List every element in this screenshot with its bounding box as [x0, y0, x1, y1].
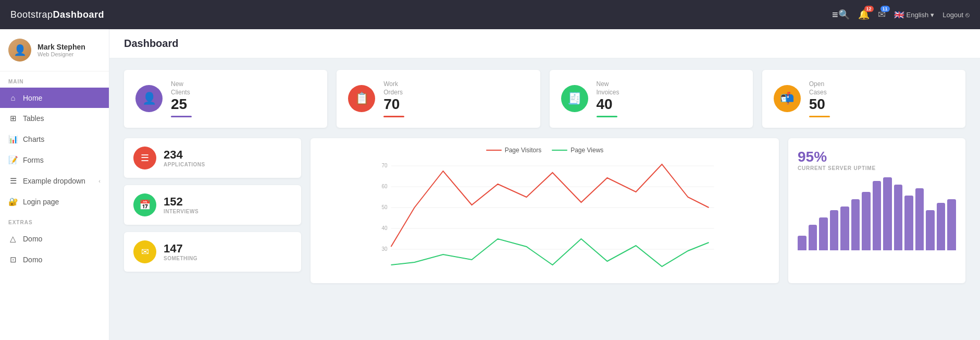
- stat-label-new-invoices: NewInvoices: [597, 80, 619, 96]
- stat-underline-work-orders: [383, 116, 404, 117]
- dropdown-icon: ☰: [8, 176, 18, 186]
- svg-text:40: 40: [381, 225, 388, 231]
- mini-info-third: 147 SOMETHING: [164, 242, 197, 261]
- sidebar-item-tables[interactable]: ⊞ Tables: [0, 108, 109, 129]
- stat-value-new-clients: 25: [171, 96, 192, 113]
- messages-icon[interactable]: ✉ 11: [878, 9, 886, 20]
- bar-3: [819, 217, 828, 250]
- sidebar-profile: 👤 Mark Stephen Web Designer: [0, 29, 109, 71]
- svg-text:50: 50: [381, 204, 388, 210]
- sidebar-item-domo-1[interactable]: △ Domo: [0, 228, 109, 249]
- sidebar-main-label: MAIN: [0, 71, 109, 88]
- profile-role: Web Designer: [38, 51, 85, 57]
- bar-6: [851, 199, 860, 250]
- chart-legend: Page Visitors Page Views: [320, 147, 770, 154]
- stat-card-new-clients: 👤 NewClients 25: [124, 70, 327, 128]
- hamburger-icon[interactable]: ≡: [832, 9, 838, 21]
- mini-card-third: ✉ 147 SOMETHING: [124, 232, 301, 272]
- stat-underline-new-clients: [171, 116, 192, 117]
- notifications-icon[interactable]: 🔔 12: [858, 9, 870, 20]
- mini-card-applications: ☰ 234 APPLICATIONS: [124, 138, 301, 178]
- bar-10: [894, 185, 903, 250]
- profile-name: Mark Stephen: [38, 43, 85, 51]
- stat-underline-new-invoices: [597, 116, 617, 117]
- stat-info-new-clients: NewClients 25: [171, 80, 192, 117]
- language-selector[interactable]: 🇬🇧 English ▾: [894, 10, 935, 20]
- bar-15: [947, 199, 956, 250]
- stat-label-work-orders: WorkOrders: [383, 80, 404, 96]
- bar-12: [915, 188, 924, 250]
- third-value: 147: [164, 242, 197, 256]
- search-icon[interactable]: 🔍: [838, 9, 850, 20]
- sidebar-item-label: Domo: [23, 235, 101, 243]
- notifications-badge: 12: [864, 6, 874, 12]
- interviews-icon: 📅: [133, 193, 156, 216]
- legend-visitors: Page Visitors: [486, 147, 541, 154]
- sidebar-item-login-page[interactable]: 🔐 Login page: [0, 191, 109, 212]
- topbar: BootstrapDashboard ≡ 🔍 🔔 12 ✉ 11 🇬🇧 Engl…: [0, 0, 980, 29]
- stat-icon-new-invoices: 🧾: [561, 85, 588, 112]
- uptime-percent: 95%: [798, 149, 956, 165]
- third-label: SOMETHING: [164, 256, 197, 261]
- sidebar-item-domo-2[interactable]: ⊡ Domo: [0, 249, 109, 270]
- tables-icon: ⊞: [8, 114, 18, 123]
- brand-bold: Dashboard: [53, 9, 105, 20]
- stat-info-work-orders: WorkOrders 70: [383, 80, 404, 117]
- svg-text:60: 60: [381, 184, 388, 189]
- stat-underline-open-cases: [809, 116, 830, 117]
- sidebar-item-charts[interactable]: 📊 Charts: [0, 129, 109, 150]
- uptime-card: 95% CURRENT SERVER UPTIME: [788, 138, 965, 283]
- stat-info-new-invoices: NewInvoices 40: [597, 80, 619, 117]
- sidebar-item-label: Example dropdown: [23, 177, 93, 185]
- topbar-right: 🔍 🔔 12 ✉ 11 🇬🇧 English ▾ Logout ⎋: [838, 9, 970, 20]
- line-chart-svg: 70 60 50 40 30: [320, 158, 770, 273]
- legend-line-visitors: [486, 150, 502, 151]
- sidebar-item-home[interactable]: ⌂ Home: [0, 88, 109, 108]
- interviews-label: INTERVIEWS: [164, 209, 199, 214]
- avatar-image: 👤: [8, 39, 31, 62]
- sidebar-item-label: Tables: [23, 114, 101, 123]
- applications-value: 234: [164, 148, 205, 162]
- bar-7: [862, 192, 871, 250]
- forms-icon: 📝: [8, 155, 18, 165]
- bar-11: [904, 196, 913, 250]
- domo-icon-1: △: [8, 234, 18, 244]
- language-label: English: [907, 11, 929, 19]
- sidebar-item-label: Domo: [23, 256, 101, 264]
- brand: BootstrapDashboard: [10, 9, 824, 20]
- domo-icon-2: ⊡: [8, 255, 18, 264]
- bar-8: [873, 181, 882, 250]
- stat-value-work-orders: 70: [383, 96, 404, 113]
- logout-button[interactable]: Logout ⎋: [942, 11, 970, 19]
- home-icon: ⌂: [8, 93, 18, 102]
- applications-label: APPLICATIONS: [164, 162, 205, 167]
- logout-icon: ⎋: [965, 11, 970, 19]
- bar-13: [926, 210, 935, 250]
- sidebar: 👤 Mark Stephen Web Designer MAIN ⌂ Home …: [0, 29, 109, 340]
- stat-card-open-cases: 📬 OpenCases 50: [762, 70, 965, 128]
- page-title: Dashboard: [124, 38, 965, 50]
- bar-5: [840, 207, 849, 250]
- chevron-down-icon: ▾: [931, 11, 934, 19]
- flag-icon: 🇬🇧: [894, 10, 904, 20]
- sidebar-item-forms[interactable]: 📝 Forms: [0, 150, 109, 171]
- main-content: Dashboard 👤 NewClients 25 📋 WorkOrders: [109, 29, 980, 340]
- line-chart-card: Page Visitors Page Views 70 60 50: [311, 138, 779, 283]
- chevron-right-icon: ‹: [98, 178, 101, 184]
- bar-4: [830, 210, 839, 250]
- bar-chart: [798, 177, 956, 250]
- stat-icon-work-orders: 📋: [348, 85, 375, 112]
- profile-info: Mark Stephen Web Designer: [38, 43, 85, 57]
- stat-card-new-invoices: 🧾 NewInvoices 40: [550, 70, 753, 128]
- sidebar-item-label: Login page: [23, 198, 101, 206]
- bar-2: [809, 225, 817, 250]
- interviews-value: 152: [164, 195, 199, 209]
- page-title-bar: Dashboard: [109, 29, 980, 58]
- mini-card-interviews: 📅 152 INTERVIEWS: [124, 185, 301, 225]
- sidebar-item-label: Forms: [23, 156, 101, 164]
- sidebar-item-example-dropdown[interactable]: ☰ Example dropdown ‹: [0, 171, 109, 191]
- bar-1: [798, 236, 807, 250]
- layout: 👤 Mark Stephen Web Designer MAIN ⌂ Home …: [0, 29, 980, 340]
- messages-badge: 11: [880, 6, 890, 12]
- stat-icon-new-clients: 👤: [135, 85, 163, 112]
